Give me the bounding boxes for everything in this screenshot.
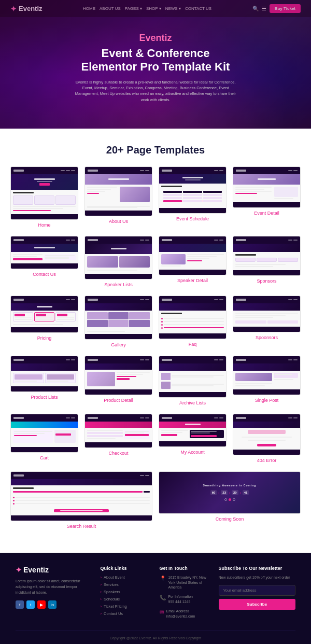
template-label-spoonsors: Spoonsors: [256, 335, 278, 340]
template-label-faq: Faq: [189, 342, 197, 347]
footer-link-ticket[interactable]: Ticket Pricing: [101, 604, 152, 609]
list-item: 404 Error: [233, 414, 301, 463]
hero-description: Eventiz is highly suitable to create a p…: [73, 79, 238, 103]
phone-icon: 📞: [160, 595, 166, 600]
template-thumb-about[interactable]: [84, 166, 152, 216]
footer-email-label: Email Address: [166, 609, 195, 614]
template-thumb-gallery[interactable]: [84, 296, 152, 340]
twitter-icon[interactable]: t: [26, 600, 35, 609]
footer-address: 📍 1615 Broadwy NY, New York United State…: [160, 575, 211, 590]
templates-section: 20+ Page Templates: [0, 129, 311, 553]
template-label-product-lists: Product Lists: [31, 395, 58, 400]
template-thumb-home[interactable]: [10, 166, 78, 220]
youtube-icon[interactable]: ▶: [37, 600, 46, 609]
template-label-speaker-lists: Speaker Lists: [104, 282, 133, 287]
list-item: Speaker Detail: [159, 236, 227, 287]
templates-row-3: Pricing Galler: [10, 296, 301, 347]
template-thumb-my-account[interactable]: [159, 414, 227, 447]
template-label-sponsors: Sponsors: [257, 278, 276, 284]
footer-email: ✉ Email Address info@eventiz.com: [160, 609, 211, 619]
footer-grid: ✦ Eventiz Lorem ipsum dolor sit amet, co…: [16, 566, 295, 623]
template-label-gallery: Gallery: [111, 342, 126, 347]
subscribe-button[interactable]: Subscribe: [219, 599, 296, 610]
template-thumb-coming-soon[interactable]: Something Awesome is Coming 60 : 23 : 20: [159, 471, 301, 514]
footer-contact-col: Get In Touch 📍 1615 Broadwy NY, New York…: [160, 566, 211, 623]
list-item: About Us: [84, 166, 152, 228]
location-icon: 📍: [160, 576, 166, 581]
template-label-contact: Contact Us: [33, 272, 56, 277]
template-thumb-faq[interactable]: [159, 296, 227, 339]
templates-row-1: Home: [10, 166, 301, 228]
footer-newsletter-title: Subscribe To Our Newsletter: [219, 566, 296, 571]
hero-brand: Eventiz: [31, 33, 280, 44]
template-thumb-sponsors[interactable]: [233, 236, 301, 276]
hero-content: Eventiz Event & Conference Elementor Pro…: [0, 17, 311, 113]
template-label-event-detail: Event Detail: [254, 211, 279, 216]
footer-quick-links-title: Quick Links: [101, 566, 152, 571]
footer-link-services[interactable]: Services: [101, 582, 152, 587]
template-thumb-checkout[interactable]: [84, 414, 152, 448]
list-item: Cart: [10, 414, 78, 463]
template-thumb-single-post[interactable]: [233, 356, 301, 395]
footer: ✦ Eventiz Lorem ipsum dolor sit amet, co…: [0, 553, 311, 644]
list-item: Search Result: [10, 471, 152, 529]
footer-logo: ✦ Eventiz: [16, 566, 93, 574]
template-label-home: Home: [38, 222, 50, 228]
footer-quick-links-col: Quick Links About Event Services Speaker…: [101, 566, 152, 623]
footer-phone: 📞 For Information 955 444 1245: [160, 594, 211, 605]
email-icon: ✉: [160, 609, 164, 615]
footer-link-contact[interactable]: Contact Us: [101, 611, 152, 616]
list-item: Speaker Lists: [84, 236, 152, 287]
footer-newsletter-description: New subscribers get 10% off your next or…: [219, 575, 296, 580]
list-item: Contact Us: [10, 236, 78, 287]
template-label-my-account: My Account: [180, 450, 205, 455]
template-thumb-contact[interactable]: [10, 236, 78, 269]
template-thumb-spoonsors[interactable]: [233, 296, 301, 332]
templates-row-2: Contact Us: [10, 236, 301, 287]
list-item: Single Post: [233, 356, 301, 405]
footer-social: f t ▶ in: [16, 600, 93, 609]
templates-row-4: Product Lists: [10, 356, 301, 405]
template-thumb-schedule[interactable]: [159, 166, 227, 214]
footer-link-schedule[interactable]: Schedule: [101, 597, 152, 601]
template-label-product-detail: Product Detail: [104, 398, 133, 403]
list-item: My Account: [159, 414, 227, 463]
hero-section: ✦ Eventiz HOME ABOUT US PAGES ▾ SHOP ▾ N…: [0, 0, 311, 129]
template-thumb-product-detail[interactable]: [84, 356, 152, 395]
list-item: Checkout: [84, 414, 152, 463]
template-thumb-speaker-detail[interactable]: [159, 236, 227, 275]
list-item: Gallery: [84, 296, 152, 347]
list-item: Sponsors: [233, 236, 301, 287]
list-item: Home: [10, 166, 78, 228]
footer-link-speakers[interactable]: Speakers: [101, 590, 152, 594]
list-item: Product Lists: [10, 356, 78, 405]
template-thumb-speaker-lists[interactable]: [84, 236, 152, 279]
list-item: Something Awesome is Coming 60 : 23 : 20: [159, 471, 301, 529]
template-thumb-cart[interactable]: [10, 414, 78, 453]
footer-phone-number: 955 444 1245: [168, 599, 193, 605]
templates-row-6: Search Result Something Awesome is Comin…: [10, 471, 301, 529]
linkedin-icon[interactable]: in: [48, 600, 56, 609]
facebook-icon[interactable]: f: [16, 600, 24, 609]
template-label-archive-lists: Archive Lists: [179, 400, 206, 405]
footer-link-about-event[interactable]: About Event: [101, 575, 152, 580]
template-thumb-search[interactable]: [10, 471, 152, 521]
footer-address-text: 1615 Broadwy NY, New York United States …: [168, 575, 211, 590]
template-thumb-pricing[interactable]: [10, 296, 78, 333]
template-thumb-archive-lists[interactable]: [159, 356, 227, 398]
templates-row-5: Cart: [10, 414, 301, 463]
hero-title-line2: Elementor Pro Template Kit: [31, 60, 280, 74]
footer-newsletter-col: Subscribe To Our Newsletter New subscrib…: [219, 566, 296, 623]
template-label-pricing: Pricing: [37, 335, 52, 341]
template-thumb-product-lists[interactable]: [10, 356, 78, 392]
template-thumb-event-detail[interactable]: [233, 166, 301, 208]
footer-copyright: Copyright @2022 Eventiz. All Rights Rese…: [16, 631, 295, 640]
template-label-checkout: Checkout: [108, 451, 128, 456]
template-label-404: 404 Error: [257, 458, 277, 463]
template-thumb-404[interactable]: [233, 414, 301, 455]
template-label-speaker-detail: Speaker Detail: [177, 278, 208, 283]
footer-brand-col: ✦ Eventiz Lorem ipsum dolor sit amet, co…: [16, 566, 93, 623]
newsletter-email-input[interactable]: [219, 585, 296, 596]
footer-phone-label: For Information: [168, 594, 193, 599]
list-item: Product Detail: [84, 356, 152, 405]
